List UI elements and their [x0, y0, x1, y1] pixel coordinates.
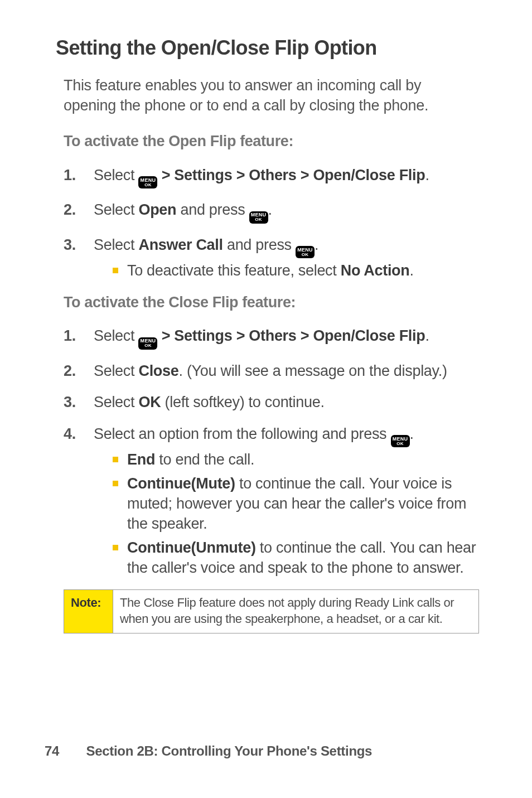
deactivate-prefix: To deactivate this feature, select — [127, 262, 341, 279]
step-text: and press — [176, 201, 249, 218]
option-end: End to end the call. — [113, 449, 476, 470]
intro-paragraph: This feature enables you to answer an in… — [64, 75, 476, 116]
settings-path: > Settings > Others > Open/Close Flip — [157, 167, 425, 183]
menu-ok-key-icon: MENUOK — [296, 246, 315, 258]
open-steps: Select MENUOK > Settings > Others > Open… — [64, 165, 476, 281]
close-step-1: Select MENUOK > Settings > Others > Open… — [64, 326, 476, 350]
step-text: Select — [94, 362, 138, 379]
step-text: and press — [223, 236, 296, 253]
step-text: Select — [94, 394, 138, 410]
page-footer: 74 Section 2B: Controlling Your Phone's … — [45, 743, 372, 759]
note-text: The Close Flip feature does not apply du… — [113, 589, 479, 633]
open-step-1: Select MENUOK > Settings > Others > Open… — [64, 165, 476, 189]
note-label: Note: — [64, 589, 113, 633]
close-steps: Select MENUOK > Settings > Others > Open… — [64, 326, 476, 578]
step4-text: Select an option from the following and … — [94, 425, 391, 442]
close-label: Close — [138, 362, 178, 379]
deactivate-item: To deactivate this feature, select No Ac… — [113, 260, 476, 280]
option-continue-mute: Continue(Mute) to continue the call. You… — [113, 473, 476, 534]
open-step-3-sub: To deactivate this feature, select No Ac… — [113, 260, 476, 280]
page-content: Setting the Open/Close Flip Option This … — [56, 35, 476, 633]
close-step-3: Select OK (left softkey) to continue. — [64, 392, 476, 412]
close-step-4-sub: End to end the call. Continue(Mute) to c… — [113, 449, 476, 578]
end-label: End — [127, 451, 155, 468]
no-action-label: No Action — [341, 262, 410, 279]
open-label: Open — [138, 201, 176, 218]
step-text: Select — [94, 327, 138, 344]
page-number: 74 — [45, 743, 59, 759]
option-continue-unmute: Continue(Unmute) to continue the call. Y… — [113, 538, 476, 578]
end-tail: to end the call. — [155, 451, 254, 468]
menu-ok-key-icon: MENUOK — [249, 211, 268, 224]
close-step-4: Select an option from the following and … — [64, 424, 476, 578]
menu-ok-key-icon: MENUOK — [138, 337, 157, 350]
step-text: Select — [94, 201, 138, 218]
ok-tail: (left softkey) to continue. — [161, 394, 324, 410]
continue-mute-label: Continue(Mute) — [127, 475, 235, 492]
step-text: Select — [94, 236, 138, 253]
ok-label: OK — [138, 394, 161, 410]
open-step-3: Select Answer Call and press MENUOK. To … — [64, 235, 476, 281]
close-step-2: Select Close. (You will see a message on… — [64, 361, 476, 381]
footer-section: Section 2B: Controlling Your Phone's Set… — [86, 743, 372, 758]
close-subhead: To activate the Close Flip feature: — [64, 292, 476, 312]
step-text: Select — [94, 167, 138, 183]
note-box: Note: The Close Flip feature does not ap… — [64, 589, 479, 633]
answer-call-label: Answer Call — [138, 236, 223, 253]
open-subhead: To activate the Open Flip feature: — [64, 131, 476, 151]
close-tail: . (You will see a message on the display… — [178, 362, 447, 379]
menu-ok-key-icon: MENUOK — [391, 435, 410, 447]
page-heading: Setting the Open/Close Flip Option — [56, 35, 476, 62]
continue-unmute-label: Continue(Unmute) — [127, 539, 256, 556]
menu-ok-key-icon: MENUOK — [138, 176, 157, 188]
settings-path: > Settings > Others > Open/Close Flip — [157, 327, 425, 344]
open-step-2: Select Open and press MENUOK. — [64, 200, 476, 224]
